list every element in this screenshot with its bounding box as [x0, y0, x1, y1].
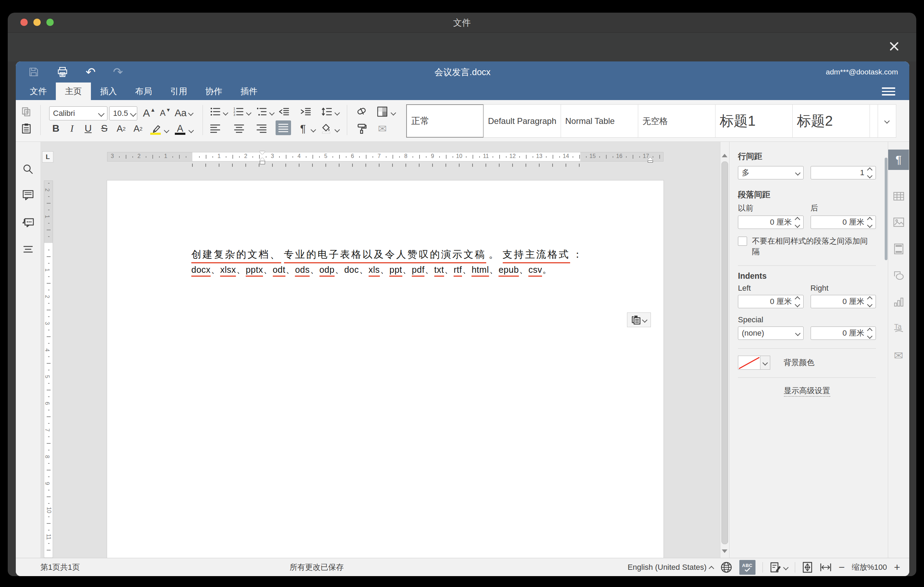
tab-主页[interactable]: 主页 — [56, 82, 91, 100]
search-button[interactable] — [20, 162, 36, 177]
indent-left-input[interactable]: 0 厘米 — [738, 295, 804, 308]
highlight-color-button[interactable] — [148, 121, 163, 136]
document-scrollbar[interactable] — [720, 142, 729, 558]
line-spacing-amount[interactable]: 1 — [810, 166, 876, 180]
subscript-button[interactable]: A2 — [130, 121, 146, 136]
styles-more-button[interactable] — [878, 104, 896, 138]
scrollbar-thumb[interactable] — [721, 162, 728, 544]
align-left-button[interactable] — [208, 121, 223, 136]
fit-width-button[interactable] — [820, 563, 832, 572]
line-spacing-select[interactable]: 多 — [738, 166, 804, 180]
same-style-checkbox[interactable] — [738, 237, 747, 246]
paste-options-button[interactable] — [627, 312, 651, 327]
italic-button[interactable]: I — [64, 121, 80, 136]
font-name-select[interactable]: Calibri — [49, 106, 107, 120]
paste-button[interactable] — [18, 121, 34, 136]
spacing-before-input[interactable]: 0 厘米 — [738, 216, 804, 229]
zoom-in-button[interactable]: + — [894, 562, 900, 572]
scroll-up-icon[interactable] — [722, 154, 728, 157]
numbered-list-button[interactable]: 123 — [231, 104, 246, 119]
page-count[interactable]: 第1页共1页 — [40, 558, 80, 576]
align-right-button[interactable] — [254, 121, 269, 136]
style-标题2[interactable]: 标题2 — [792, 104, 870, 138]
header-footer-settings-tab[interactable] — [888, 239, 909, 259]
shading-button[interactable] — [318, 121, 334, 136]
strikethrough-button[interactable]: S — [97, 121, 112, 136]
navigation-button[interactable] — [20, 242, 36, 257]
multilevel-list-button[interactable] — [254, 104, 269, 119]
increase-font-button[interactable]: A▲ — [142, 106, 157, 120]
close-icon[interactable] — [888, 40, 900, 52]
hanging-indent-marker[interactable] — [259, 158, 265, 164]
style-正常[interactable]: 正常 — [406, 104, 484, 138]
highlight-dropdown[interactable] — [165, 127, 170, 133]
spin-down-icon[interactable] — [794, 222, 800, 228]
scroll-down-icon[interactable] — [722, 549, 728, 553]
indent-right-input[interactable]: 0 厘米 — [810, 295, 876, 308]
background-color-swatch[interactable] — [738, 356, 761, 370]
text-art-settings-tab[interactable]: Ta — [888, 318, 909, 338]
spin-up-icon[interactable] — [867, 296, 873, 302]
font-size-select[interactable]: 10.5 — [109, 106, 137, 120]
tab-插件[interactable]: 插件 — [231, 82, 266, 100]
document-page[interactable]: 创建复杂的文档、专业的电子表格以及令人赞叹的演示文稿。支持主流格式： docx、… — [107, 180, 663, 558]
spin-up-icon[interactable] — [794, 217, 800, 222]
spin-up-icon[interactable] — [867, 167, 873, 173]
change-case-button[interactable]: Aa — [173, 106, 194, 120]
special-amount-input[interactable]: 0 厘米 — [810, 326, 876, 340]
spin-down-icon[interactable] — [867, 302, 873, 307]
right-indent-marker[interactable] — [647, 157, 653, 163]
tab-协作[interactable]: 协作 — [196, 82, 231, 100]
table-settings-tab[interactable] — [888, 186, 909, 206]
zoom-out-button[interactable]: − — [839, 562, 845, 572]
spin-up-icon[interactable] — [867, 217, 873, 222]
nonprinting-dropdown[interactable] — [312, 127, 317, 132]
decrease-indent-button[interactable] — [276, 104, 292, 119]
style-标题1[interactable]: 标题1 — [715, 104, 793, 138]
font-color-button[interactable]: A — [172, 121, 188, 136]
advanced-settings-link[interactable]: 显示高级设置 — [738, 386, 876, 396]
spacing-after-input[interactable]: 0 厘米 — [810, 216, 876, 229]
chart-settings-tab[interactable] — [888, 292, 909, 312]
tab-stop-selector[interactable]: L — [42, 151, 53, 163]
bullet-list-button[interactable] — [208, 104, 223, 119]
shading-dropdown[interactable] — [335, 127, 341, 132]
tab-引用[interactable]: 引用 — [161, 82, 196, 100]
chat-button[interactable] — [20, 215, 36, 230]
line-spacing-button[interactable] — [319, 104, 335, 119]
numbered-list-dropdown[interactable] — [247, 110, 252, 115]
shape-settings-tab[interactable] — [888, 265, 909, 286]
bullet-list-dropdown[interactable] — [224, 110, 229, 115]
menu-icon[interactable] — [882, 87, 895, 96]
clear-style-button[interactable] — [353, 104, 369, 119]
tab-布局[interactable]: 布局 — [126, 82, 161, 100]
spellcheck-button[interactable]: ABC — [739, 560, 756, 575]
spin-up-icon[interactable] — [794, 296, 800, 302]
language-selector[interactable]: English (United States) — [628, 563, 713, 572]
spin-down-icon[interactable] — [794, 302, 800, 307]
spin-up-icon[interactable] — [867, 328, 873, 333]
panel-scrollbar[interactable] — [884, 142, 888, 558]
line-spacing-dropdown[interactable] — [335, 110, 341, 115]
copy-button[interactable] — [18, 104, 34, 119]
spin-down-icon[interactable] — [867, 222, 873, 228]
special-select[interactable]: (none) — [738, 326, 804, 340]
first-line-indent-marker[interactable] — [259, 151, 265, 155]
vertical-ruler[interactable]: 211234567891011 — [44, 180, 53, 558]
mail-merge-button[interactable]: ✉ — [375, 121, 390, 136]
paragraph-settings-tab[interactable]: ¶ — [888, 150, 909, 170]
tab-插入[interactable]: 插入 — [91, 82, 126, 100]
superscript-button[interactable]: A2 — [114, 121, 129, 136]
copy-style-button[interactable] — [353, 121, 369, 136]
mail-merge-settings-tab[interactable]: ✉ — [888, 345, 909, 366]
justify-button[interactable] — [276, 120, 291, 135]
document-language-button[interactable] — [720, 561, 732, 573]
style-Normal Table[interactable]: Normal Table — [561, 104, 638, 138]
panel-scrollbar-thumb[interactable] — [885, 158, 888, 260]
fit-page-button[interactable] — [802, 562, 813, 573]
horizontal-ruler[interactable]: 3211234567891011121314151617 — [107, 152, 663, 162]
tab-文件[interactable]: 文件 — [21, 82, 56, 100]
align-center-button[interactable] — [231, 121, 247, 136]
document-canvas[interactable]: L 3211234567891011121314151617 211234567… — [40, 142, 720, 558]
increase-indent-button[interactable] — [298, 104, 314, 119]
